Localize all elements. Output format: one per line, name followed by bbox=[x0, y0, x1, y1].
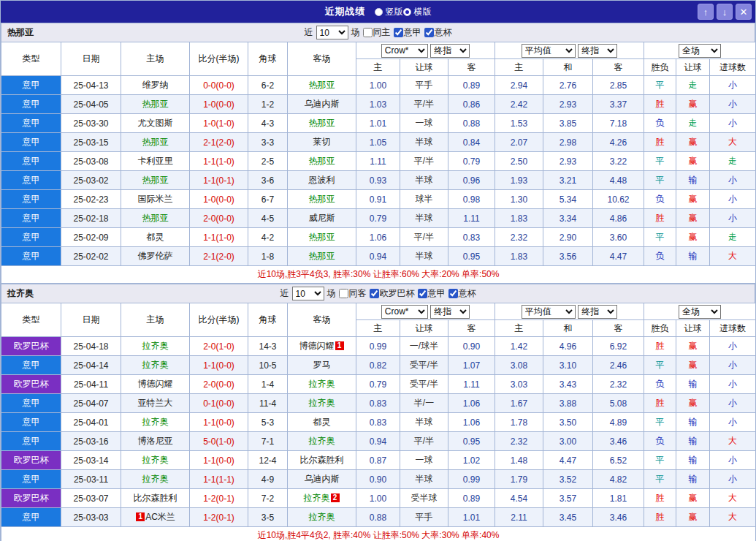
home-team[interactable]: 维罗纳 bbox=[121, 76, 190, 95]
away-team[interactable]: 热那亚 bbox=[288, 247, 356, 266]
home-team[interactable]: 1AC米兰 bbox=[121, 508, 190, 527]
team-name-text[interactable]: 拉齐奥 bbox=[142, 341, 169, 351]
home-team[interactable]: 热那亚 bbox=[121, 133, 190, 152]
team-name-text[interactable]: 热那亚 bbox=[309, 156, 335, 166]
home-team[interactable]: 拉齐奥 bbox=[121, 451, 190, 470]
avg-stage-select[interactable]: 终指 bbox=[578, 305, 617, 319]
away-team[interactable]: 热那亚 bbox=[288, 76, 356, 95]
team-name-text[interactable]: 拉齐奥 bbox=[142, 455, 169, 465]
filter-checkbox-同客[interactable]: 同客 bbox=[339, 287, 367, 300]
away-team[interactable]: 恩波利 bbox=[288, 171, 356, 190]
score-cell[interactable]: 1-1(0-0) bbox=[190, 451, 248, 470]
home-team[interactable]: 拉齐奥 bbox=[121, 413, 190, 432]
team-name-text[interactable]: 拉齐奥 bbox=[142, 474, 169, 484]
away-team[interactable]: 热那亚 bbox=[288, 228, 356, 247]
home-team[interactable]: 国际米兰 bbox=[121, 190, 190, 209]
team-name-text[interactable]: 罗马 bbox=[313, 360, 331, 370]
checkbox-input[interactable] bbox=[339, 289, 348, 298]
team-name-text[interactable]: 比尔森胜利 bbox=[134, 493, 177, 503]
checkbox-input[interactable] bbox=[394, 28, 403, 37]
bookmaker-select[interactable]: Crow* bbox=[381, 305, 428, 319]
score-cell[interactable]: 5-0(1-0) bbox=[190, 432, 248, 451]
team-name-text[interactable]: 尤文图斯 bbox=[138, 118, 173, 128]
away-team[interactable]: 罗马 bbox=[288, 356, 356, 375]
move-up-button[interactable]: ↑ bbox=[698, 4, 714, 20]
team-name-text[interactable]: 热那亚 bbox=[309, 232, 335, 242]
home-team[interactable]: 热那亚 bbox=[121, 209, 190, 228]
home-team[interactable]: 拉齐奥 bbox=[121, 470, 190, 489]
team-name-text[interactable]: 热那亚 bbox=[142, 213, 169, 223]
team-name-text[interactable]: 都灵 bbox=[313, 417, 331, 427]
team-name-text[interactable]: 博洛尼亚 bbox=[138, 436, 173, 446]
team-name-text[interactable]: 热那亚 bbox=[142, 137, 169, 147]
scope-select[interactable]: 全场 bbox=[679, 305, 721, 319]
away-team[interactable]: 热那亚 bbox=[288, 114, 356, 133]
team-name-text[interactable]: 热那亚 bbox=[309, 251, 335, 261]
team-name-text[interactable]: 佛罗伦萨 bbox=[138, 251, 173, 261]
odds-stage-select[interactable]: 终指 bbox=[430, 305, 470, 319]
team-name-text[interactable]: 国际米兰 bbox=[138, 194, 173, 204]
team-name-text[interactable]: 拉齐奥 bbox=[142, 360, 169, 370]
away-team[interactable]: 莱切 bbox=[288, 133, 356, 152]
filter-checkbox-意杯[interactable]: 意杯 bbox=[424, 26, 452, 39]
average-select[interactable]: 平均值 bbox=[522, 44, 576, 58]
score-cell[interactable]: 2-0(0-0) bbox=[190, 209, 248, 228]
away-team[interactable]: 拉齐奥 bbox=[288, 508, 356, 527]
away-team[interactable]: 热那亚 bbox=[288, 190, 356, 209]
team-name-text[interactable]: 热那亚 bbox=[309, 80, 335, 90]
score-cell[interactable]: 1-1(0-0) bbox=[190, 356, 248, 375]
score-cell[interactable]: 1-2(0-1) bbox=[190, 508, 248, 527]
home-team[interactable]: 都灵 bbox=[121, 228, 190, 247]
team-name-text[interactable]: 维罗纳 bbox=[142, 80, 169, 90]
average-select[interactable]: 平均值 bbox=[522, 305, 576, 319]
recent-count-select[interactable]: 10 bbox=[316, 26, 348, 39]
score-cell[interactable]: 1-1(0-0) bbox=[190, 413, 248, 432]
checkbox-input[interactable] bbox=[418, 289, 427, 298]
score-cell[interactable]: 1-2(0-1) bbox=[190, 489, 248, 508]
checkbox-input[interactable] bbox=[363, 28, 373, 37]
score-cell[interactable]: 0-0(0-0) bbox=[190, 76, 248, 95]
radio-layout-horizontal[interactable]: 横版 bbox=[403, 6, 432, 18]
filter-checkbox-意甲[interactable]: 意甲 bbox=[394, 26, 421, 39]
score-cell[interactable]: 1-0(1-0) bbox=[190, 114, 248, 133]
team-name-text[interactable]: 热那亚 bbox=[309, 118, 335, 128]
avg-stage-select[interactable]: 终指 bbox=[578, 44, 617, 58]
home-team[interactable]: 拉齐奥 bbox=[121, 337, 190, 356]
team-name-text[interactable]: 拉齐奥 bbox=[142, 417, 169, 427]
score-cell[interactable]: 2-0(0-0) bbox=[190, 375, 248, 394]
score-cell[interactable]: 2-0(1-0) bbox=[190, 337, 248, 356]
away-team[interactable]: 热那亚 bbox=[288, 152, 356, 171]
scope-select[interactable]: 全场 bbox=[679, 44, 721, 58]
team-name-text[interactable]: 拉齐奥 bbox=[304, 493, 330, 503]
score-cell[interactable]: 1-1(1-0) bbox=[190, 152, 248, 171]
score-cell[interactable]: 1-0(0-0) bbox=[190, 190, 248, 209]
team-name-text[interactable]: 热那亚 bbox=[142, 175, 169, 185]
filter-checkbox-意杯[interactable]: 意杯 bbox=[448, 287, 476, 300]
score-cell[interactable]: 2-1(2-0) bbox=[190, 133, 248, 152]
away-team[interactable]: 拉齐奥 bbox=[288, 432, 356, 451]
score-cell[interactable]: 1-1(0-1) bbox=[190, 171, 248, 190]
team-name-text[interactable]: 乌迪内斯 bbox=[305, 474, 340, 484]
home-team[interactable]: 热那亚 bbox=[121, 171, 190, 190]
radio-layout-vertical[interactable]: 竖版 bbox=[375, 6, 403, 18]
away-team[interactable]: 拉齐奥2 bbox=[288, 489, 356, 508]
filter-checkbox-同主[interactable]: 同主 bbox=[363, 26, 391, 39]
recent-count-select[interactable]: 10 bbox=[292, 287, 324, 300]
team-name-text[interactable]: 莱切 bbox=[313, 137, 331, 147]
home-team[interactable]: 佛罗伦萨 bbox=[121, 247, 190, 266]
away-team[interactable]: 拉齐奥 bbox=[288, 375, 356, 394]
home-team[interactable]: 拉齐奥 bbox=[121, 356, 190, 375]
team-name-text[interactable]: 博德闪耀 bbox=[138, 379, 173, 389]
home-team[interactable]: 尤文图斯 bbox=[121, 114, 190, 133]
filter-checkbox-意甲[interactable]: 意甲 bbox=[418, 287, 446, 300]
home-team[interactable]: 博德闪耀 bbox=[121, 375, 190, 394]
move-down-button[interactable]: ↓ bbox=[717, 4, 733, 20]
team-name-text[interactable]: 拉齐奥 bbox=[309, 398, 335, 408]
away-team[interactable]: 博德闪耀1 bbox=[288, 337, 356, 356]
checkbox-input[interactable] bbox=[424, 28, 434, 37]
team-name-text[interactable]: 亚特兰大 bbox=[138, 398, 173, 408]
away-team[interactable]: 乌迪内斯 bbox=[288, 95, 356, 114]
checkbox-input[interactable] bbox=[448, 289, 458, 298]
odds-stage-select[interactable]: 终指 bbox=[430, 44, 470, 58]
score-cell[interactable]: 2-1(2-0) bbox=[190, 247, 248, 266]
